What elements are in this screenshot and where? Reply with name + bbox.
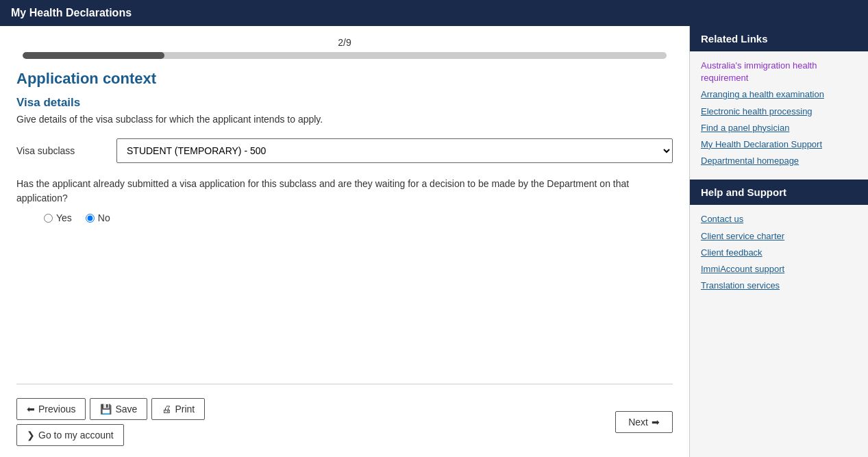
save-icon: 💾 [100, 404, 112, 415]
previous-icon: ⬅ [27, 404, 35, 415]
sidebar: Related Links Australia's immigration he… [690, 26, 868, 457]
app-header: My Health Declarations [0, 0, 868, 26]
link-declaration-support[interactable]: My Health Declaration Support [701, 138, 857, 151]
radio-no-label[interactable]: No [86, 212, 110, 223]
previous-label: Previous [38, 404, 75, 415]
link-panel-physician[interactable]: Find a panel physician [701, 122, 857, 134]
app-title: My Health Declarations [11, 7, 132, 18]
link-arranging-health[interactable]: Arranging a health examination [701, 88, 857, 101]
progress-bar-container [23, 52, 667, 59]
question-area: Has the applicant already submitted a vi… [16, 177, 673, 223]
link-contact-us[interactable]: Contact us [701, 213, 857, 225]
section-description: Give details of the visa subclass for wh… [16, 114, 673, 125]
link-immiaccount[interactable]: ImmiAccount support [701, 263, 857, 275]
save-label: Save [115, 404, 137, 415]
visa-subclass-row: Visa subclass STUDENT (TEMPORARY) - 500 [16, 138, 673, 163]
progress-bar-fill [23, 52, 164, 59]
previous-button[interactable]: ⬅ Previous [16, 398, 86, 420]
link-immigration-health[interactable]: Australia's immigration health requireme… [701, 60, 857, 84]
related-links-section: Australia's immigration health requireme… [690, 51, 868, 180]
visa-subclass-label: Visa subclass [16, 145, 106, 156]
account-label: Go to my account [38, 430, 114, 441]
account-row: ❯ Go to my account [16, 424, 205, 446]
subsection-title: Visa details [16, 96, 673, 110]
question-text: Has the applicant already submitted a vi… [16, 177, 673, 206]
help-support-header: Help and Support [690, 180, 868, 205]
radio-group: Yes No [44, 212, 673, 223]
visa-subclass-select[interactable]: STUDENT (TEMPORARY) - 500 [116, 138, 673, 163]
next-button[interactable]: Next ➡ [615, 411, 673, 433]
radio-no-text: No [98, 212, 110, 223]
link-translation[interactable]: Translation services [701, 280, 857, 292]
save-button[interactable]: 💾 Save [90, 398, 147, 420]
radio-yes[interactable] [44, 214, 53, 223]
link-departmental[interactable]: Departmental homepage [701, 155, 857, 167]
link-service-charter[interactable]: Client service charter [701, 230, 857, 243]
bottom-nav: ⬅ Previous 💾 Save 🖨 Print ❯ Go [16, 391, 673, 446]
link-electronic-health[interactable]: Electronic health processing [701, 106, 857, 118]
main-content: 2/9 Application context Visa details Giv… [0, 26, 690, 457]
next-label: Next [628, 417, 648, 428]
main-layout: 2/9 Application context Visa details Giv… [0, 26, 868, 457]
help-links-section: Contact us Client service charter Client… [690, 205, 868, 304]
radio-yes-label[interactable]: Yes [44, 212, 72, 223]
radio-yes-text: Yes [56, 212, 72, 223]
account-button[interactable]: ❯ Go to my account [16, 424, 124, 446]
account-icon: ❯ [27, 430, 35, 441]
progress-counter: 2/9 [338, 37, 351, 48]
section-title: Application context [16, 70, 673, 88]
radio-no[interactable] [86, 214, 95, 223]
separator [16, 384, 673, 384]
progress-area: 2/9 [16, 37, 673, 59]
link-client-feedback[interactable]: Client feedback [701, 247, 857, 259]
print-label: Print [175, 404, 195, 415]
bottom-nav-left: ⬅ Previous 💾 Save 🖨 Print [16, 398, 205, 420]
next-icon: ➡ [652, 417, 660, 428]
print-icon: 🖨 [162, 404, 171, 415]
print-button[interactable]: 🖨 Print [151, 398, 205, 420]
related-links-header: Related Links [690, 26, 868, 51]
